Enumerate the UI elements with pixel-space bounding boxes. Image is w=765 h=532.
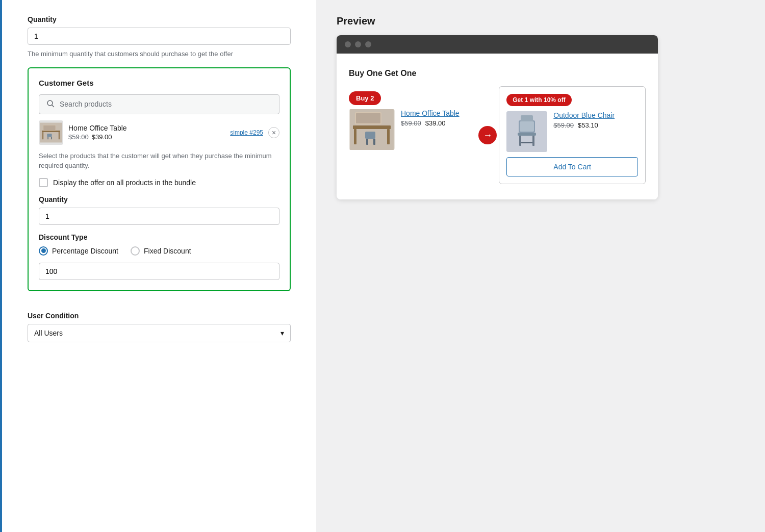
left-product-image bbox=[349, 109, 395, 150]
customer-gets-title: Customer Gets bbox=[39, 79, 279, 87]
percentage-discount-radio[interactable] bbox=[39, 246, 48, 256]
quantity-top-section: Quantity The minimum quantity that custo… bbox=[28, 15, 291, 67]
browser-dot-1 bbox=[345, 41, 351, 47]
right-product-prices: $59.00 $53.10 bbox=[553, 121, 615, 129]
svg-rect-25 bbox=[532, 136, 534, 146]
search-bar[interactable]: Search products bbox=[39, 94, 279, 114]
inner-quantity-input[interactable] bbox=[39, 208, 279, 225]
inner-quantity-label: Quantity bbox=[39, 195, 279, 204]
left-product-prices: $59.00 $39.00 bbox=[401, 119, 460, 127]
product-price-old: $59.00 bbox=[68, 133, 89, 141]
svg-rect-9 bbox=[47, 137, 48, 139]
svg-rect-3 bbox=[42, 130, 60, 132]
user-condition-label: User Condition bbox=[28, 312, 291, 320]
user-condition-selected: All Users bbox=[34, 329, 63, 337]
right-product-row: Outdoor Blue Chair $59.00 $53.10 bbox=[506, 111, 638, 152]
svg-rect-12 bbox=[353, 125, 391, 129]
right-product-card: Get 1 with 10% off bbox=[499, 86, 646, 184]
discount-value-input[interactable] bbox=[39, 263, 279, 280]
browser-bar bbox=[337, 35, 658, 54]
quantity-top-label: Quantity bbox=[28, 15, 291, 23]
quantity-top-helper: The minimum quantity that customers shou… bbox=[28, 49, 291, 59]
svg-rect-4 bbox=[42, 132, 43, 139]
discount-type-radio-row: Percentage Discount Fixed Discount bbox=[39, 246, 279, 256]
get-badge: Get 1 with 10% off bbox=[506, 94, 571, 106]
svg-rect-7 bbox=[43, 125, 56, 130]
left-product-info: Home Office Table $59.00 $39.00 bbox=[401, 109, 460, 127]
bogo-title: Buy One Get One bbox=[349, 69, 646, 78]
left-panel: Quantity The minimum quantity that custo… bbox=[0, 0, 316, 532]
search-icon bbox=[46, 99, 55, 109]
percentage-discount-option[interactable]: Percentage Discount bbox=[39, 246, 118, 256]
svg-rect-16 bbox=[356, 113, 380, 123]
display-offer-checkbox-row[interactable]: Display the offer on all products in the… bbox=[39, 178, 279, 187]
svg-rect-18 bbox=[366, 139, 368, 145]
display-offer-checkbox[interactable] bbox=[39, 178, 48, 187]
bogo-container: Buy 2 bbox=[349, 86, 646, 184]
arrow-icon: → bbox=[478, 126, 497, 144]
left-price-new: $39.00 bbox=[425, 119, 446, 127]
preview-title: Preview bbox=[337, 15, 745, 27]
left-price-old: $59.00 bbox=[401, 119, 421, 127]
product-link[interactable]: simple #295 bbox=[230, 129, 263, 136]
svg-line-1 bbox=[52, 105, 54, 107]
right-product-details: Outdoor Blue Chair $59.00 $53.10 bbox=[553, 111, 615, 129]
search-placeholder: Search products bbox=[60, 100, 112, 108]
discount-type-label: Discount Type bbox=[39, 233, 279, 241]
display-offer-label: Display the offer on all products in the… bbox=[53, 179, 196, 187]
svg-rect-17 bbox=[365, 132, 375, 139]
product-row: Home Office Table $59.00 $39.00 simple #… bbox=[39, 120, 279, 145]
fixed-discount-option[interactable]: Fixed Discount bbox=[131, 246, 191, 256]
product-name: Home Office Table bbox=[68, 124, 225, 132]
svg-rect-26 bbox=[521, 142, 532, 143]
svg-rect-8 bbox=[47, 134, 52, 137]
browser-content: Buy One Get One Buy 2 bbox=[337, 54, 658, 199]
percentage-discount-label: Percentage Discount bbox=[52, 247, 118, 255]
customer-gets-box: Customer Gets Search products bbox=[28, 67, 291, 291]
product-prices: $59.00 $39.00 bbox=[68, 133, 225, 141]
chevron-down-icon: ▾ bbox=[280, 329, 284, 337]
browser-dot-3 bbox=[365, 41, 371, 47]
svg-rect-24 bbox=[519, 136, 521, 146]
svg-rect-23 bbox=[518, 133, 536, 136]
product-thumbnail bbox=[39, 120, 63, 145]
svg-rect-14 bbox=[387, 129, 390, 144]
right-price-old: $59.00 bbox=[553, 121, 574, 129]
svg-rect-27 bbox=[521, 115, 533, 121]
left-product-card: Buy 2 bbox=[349, 86, 476, 155]
browser-dot-2 bbox=[355, 41, 361, 47]
user-condition-section: User Condition All Users ▾ bbox=[28, 312, 291, 342]
right-product-image bbox=[506, 111, 547, 152]
svg-rect-22 bbox=[520, 121, 534, 132]
svg-rect-5 bbox=[59, 132, 60, 139]
remove-product-button[interactable]: × bbox=[268, 127, 279, 138]
svg-rect-19 bbox=[373, 139, 375, 145]
select-helper-text: Select the products that the customer wi… bbox=[39, 151, 279, 171]
fixed-discount-radio[interactable] bbox=[131, 246, 140, 256]
quantity-top-input[interactable] bbox=[28, 28, 291, 45]
left-product-name: Home Office Table bbox=[401, 109, 460, 117]
add-to-cart-button[interactable]: Add To Cart bbox=[506, 157, 638, 176]
right-price-new: $53.10 bbox=[578, 121, 598, 129]
fixed-discount-label: Fixed Discount bbox=[144, 247, 191, 255]
product-price-new: $39.00 bbox=[92, 133, 112, 141]
user-condition-dropdown[interactable]: All Users ▾ bbox=[28, 324, 291, 342]
svg-rect-10 bbox=[51, 137, 52, 139]
browser-mockup: Buy One Get One Buy 2 bbox=[337, 35, 658, 199]
svg-rect-13 bbox=[354, 129, 356, 144]
right-product-name: Outdoor Blue Chair bbox=[553, 111, 615, 119]
right-panel: Preview Buy One Get One Buy 2 bbox=[316, 0, 765, 532]
buy-badge: Buy 2 bbox=[349, 91, 381, 105]
